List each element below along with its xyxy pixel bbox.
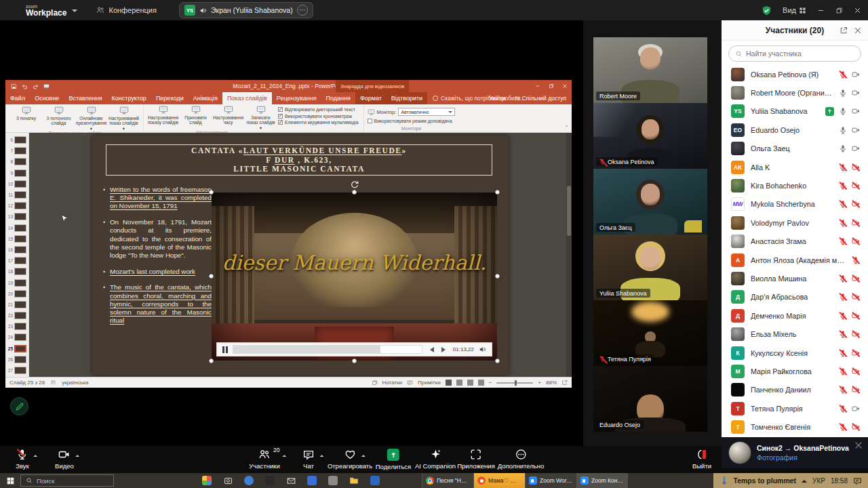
monitor-dropdown[interactable]: Автоматично bbox=[398, 108, 455, 116]
slide-thumbnail[interactable]: 12 bbox=[5, 201, 28, 211]
participant-row[interactable]: Ельза Міхель bbox=[722, 325, 868, 343]
participant-row[interactable]: Ольга Заец bbox=[722, 140, 868, 158]
tab-conference[interactable]: Конференция bbox=[96, 6, 156, 14]
office-app-icon[interactable] bbox=[370, 476, 380, 485]
close-icon[interactable] bbox=[854, 7, 861, 14]
chat-button[interactable]: Чат bbox=[303, 449, 315, 470]
participant-row[interactable]: Volodymyr Pavlov bbox=[722, 214, 868, 232]
mail-app-icon[interactable] bbox=[286, 476, 296, 485]
taskbar-button[interactable]: Песня "Hale Hale W... bbox=[422, 473, 473, 488]
ribbon-button[interactable]: Приховати слайд bbox=[180, 104, 212, 125]
view-button[interactable]: Вид bbox=[783, 6, 806, 14]
audio-button[interactable]: Звук bbox=[16, 449, 28, 470]
taskbar-search[interactable]: Поиск bbox=[20, 474, 114, 487]
ppt-tab[interactable]: Анімація bbox=[189, 92, 222, 104]
chat-caret[interactable] bbox=[320, 453, 324, 457]
save-icon[interactable] bbox=[11, 83, 17, 89]
popout-panel-icon[interactable] bbox=[840, 26, 848, 35]
slide-thumbnail[interactable]: 8 bbox=[5, 157, 28, 167]
ppt-tab[interactable]: Показ слайдів bbox=[222, 92, 272, 104]
ppt-tab[interactable]: Рецензування bbox=[272, 92, 321, 104]
ribbon-button[interactable]: З початку bbox=[10, 105, 42, 121]
accessibility-icon[interactable] bbox=[50, 380, 56, 386]
file-explorer-icon[interactable] bbox=[349, 476, 359, 485]
selection-handle[interactable] bbox=[209, 190, 214, 195]
ribbon-button[interactable]: З поточного слайда bbox=[43, 105, 75, 126]
messenger-app-icon[interactable] bbox=[244, 476, 254, 485]
slide-sorter-view-icon[interactable] bbox=[456, 380, 462, 386]
participant-row[interactable]: ККукулєску Ксенія bbox=[722, 344, 868, 362]
vertical-scrollbar[interactable] bbox=[566, 133, 572, 377]
slide-thumbnail[interactable]: 22 bbox=[5, 310, 28, 321]
taskbar-button[interactable]: Мама♡ @ Nazar(Ch... bbox=[473, 473, 525, 488]
slide-thumbnail[interactable]: 21 bbox=[5, 300, 28, 310]
start-button[interactable] bbox=[0, 473, 20, 488]
participant-row[interactable]: YSYuliia Shabanova bbox=[722, 102, 868, 121]
ppt-close-icon[interactable] bbox=[562, 83, 568, 89]
participant-row[interactable]: MWMykola Shcherbyna bbox=[722, 195, 868, 214]
reading-view-icon[interactable] bbox=[467, 380, 473, 386]
media-progress-bar[interactable] bbox=[233, 345, 422, 354]
slideshow-view-icon[interactable] bbox=[478, 380, 484, 386]
slide-title-box[interactable]: CANTATA «LAUT VERKÜNDE UNSRE FREUDE» F D… bbox=[106, 144, 492, 176]
slide-thumbnail[interactable]: 19 bbox=[5, 277, 28, 287]
ribbon-checkbox[interactable]: Використовувати хронометраж bbox=[278, 114, 359, 119]
participant-row[interactable]: Анастасія Згама bbox=[722, 232, 868, 251]
slide-thumbnail[interactable]: 10 bbox=[5, 179, 28, 189]
share-screen-button[interactable]: Поделиться bbox=[376, 449, 411, 470]
fit-to-window-icon[interactable] bbox=[561, 380, 568, 386]
participant-row[interactable]: EOEduardo Osejo bbox=[722, 121, 868, 139]
selection-handle[interactable] bbox=[352, 359, 357, 363]
ppt-restore-icon[interactable] bbox=[549, 83, 554, 89]
slide-thumbnail[interactable]: 24 bbox=[5, 332, 28, 342]
paint-app-icon[interactable] bbox=[202, 476, 212, 485]
taskbar-button[interactable]: Zoom Workplace bbox=[525, 473, 576, 488]
slide-thumbnail[interactable]: 9 bbox=[5, 168, 28, 178]
slide-thumbnail[interactable]: 14 bbox=[5, 223, 28, 233]
gx-app-icon[interactable] bbox=[265, 476, 275, 485]
toast-close-icon[interactable] bbox=[854, 441, 863, 450]
weather-widget[interactable]: Temps to plummet bbox=[734, 476, 797, 485]
participant-search[interactable] bbox=[728, 45, 861, 62]
video-tile[interactable]: Ольга Заєц bbox=[593, 169, 707, 235]
selection-handle[interactable] bbox=[495, 190, 500, 195]
video-button[interactable]: Видео bbox=[55, 449, 74, 470]
notes-button[interactable]: Нотатки bbox=[382, 380, 403, 386]
ribbon-button[interactable]: Онлайнове презентування ▾ bbox=[75, 105, 107, 131]
participant-row[interactable]: Robert Moore (Организатор) bbox=[722, 83, 868, 102]
ppt-minimize-icon[interactable] bbox=[535, 83, 540, 89]
usb-icon[interactable] bbox=[328, 476, 338, 485]
participant-row[interactable]: ТТетяна Пулярія bbox=[722, 399, 868, 418]
ppt-tab[interactable]: Конструктор bbox=[107, 92, 151, 104]
ppt-tab[interactable]: Вставлення bbox=[64, 92, 106, 104]
slide-thumbnail[interactable]: 27 bbox=[5, 365, 28, 375]
selection-handle[interactable] bbox=[495, 359, 500, 363]
slide-thumbnail[interactable]: 6 bbox=[5, 135, 28, 145]
video-tile[interactable]: Тетяна Пулярія bbox=[593, 300, 707, 366]
slide-thumbnail[interactable]: 23 bbox=[5, 321, 28, 331]
react-button[interactable]: Отреагировать bbox=[328, 449, 372, 470]
language-label[interactable]: українська bbox=[62, 380, 88, 386]
participant-row[interactable]: ДДемченко Марія bbox=[722, 306, 868, 325]
zoom-slider[interactable] bbox=[496, 382, 533, 384]
participant-row[interactable]: Oksana Petinova (Я) bbox=[722, 65, 868, 83]
video-tile[interactable]: Yuliia Shabanova bbox=[593, 235, 707, 300]
collapse-ribbon-icon[interactable]: ⌃ bbox=[564, 125, 569, 131]
selection-handle[interactable] bbox=[352, 190, 357, 195]
slide-thumbnail[interactable]: 20 bbox=[5, 289, 28, 299]
ribbon-button[interactable]: Настроювання часу bbox=[212, 104, 244, 125]
undo-icon[interactable] bbox=[22, 83, 28, 89]
leave-button[interactable]: Выйти bbox=[692, 449, 711, 470]
ppt-tab[interactable]: Файл bbox=[5, 92, 30, 104]
tab-shared-screen[interactable]: YS Экран (Yuliia Shabanova) ⋯ bbox=[179, 2, 313, 18]
ribbon-checkbox[interactable]: Використовувати режим доповідача bbox=[368, 119, 456, 123]
ribbon-checkbox[interactable]: Елементи керування мультимедіа bbox=[278, 120, 359, 125]
maximize-icon[interactable] bbox=[835, 7, 843, 14]
slide-thumbnail[interactable]: 17 bbox=[5, 256, 28, 266]
ppt-tab[interactable]: Подання bbox=[321, 92, 355, 104]
tab-options-icon[interactable]: ⋯ bbox=[297, 5, 308, 16]
participant-search-input[interactable] bbox=[746, 49, 854, 58]
zoom-in-button[interactable]: + bbox=[538, 380, 541, 386]
redo-icon[interactable] bbox=[33, 83, 39, 89]
selection-handle[interactable] bbox=[495, 274, 500, 279]
